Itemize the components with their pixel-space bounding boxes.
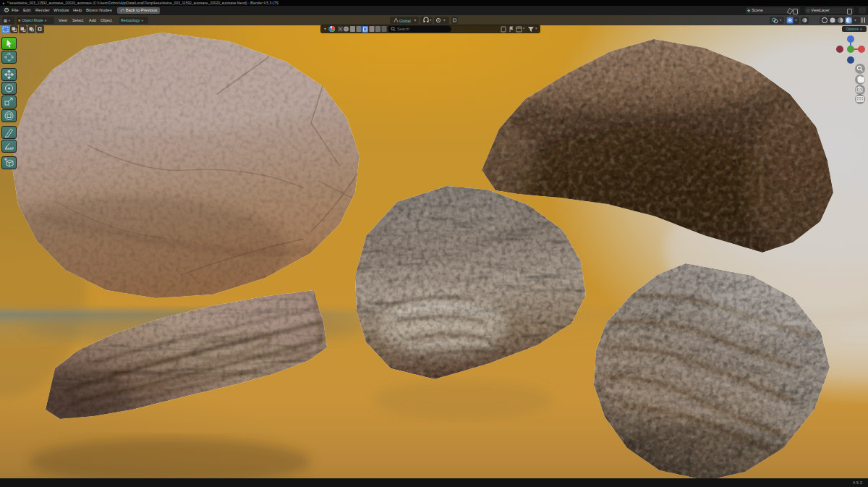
svg-text:Search: Search — [397, 27, 409, 31]
svg-text:Global: Global — [399, 19, 411, 23]
